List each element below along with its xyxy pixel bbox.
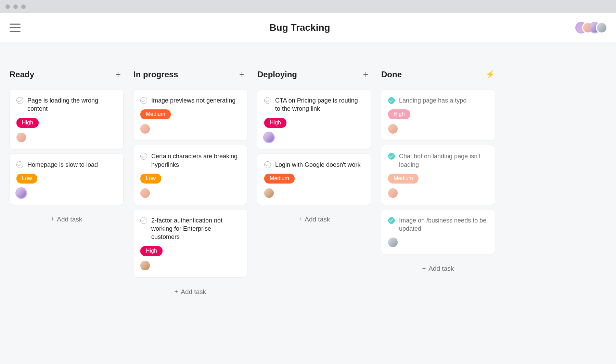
plus-icon: + [422, 265, 426, 272]
lightning-icon[interactable]: ⚡ [486, 70, 495, 79]
add-task-label: Add task [57, 216, 82, 223]
task-title: Chat bot on landing page isn't loading [399, 152, 488, 169]
assignee-avatar[interactable] [388, 124, 398, 134]
complete-check-icon[interactable] [388, 97, 395, 104]
window-dot-minimize[interactable] [13, 4, 18, 9]
column-title: Ready [10, 70, 34, 79]
task-card[interactable]: Image previews not generatingMedium [133, 90, 247, 140]
assignee-avatar[interactable] [388, 238, 398, 247]
column: In progress+Image previews not generatin… [133, 70, 247, 302]
priority-badge: High [140, 246, 163, 256]
priority-badge: High [388, 109, 410, 119]
task-card[interactable]: Chat bot on landing page isn't loadingMe… [381, 145, 495, 205]
project-members[interactable] [579, 23, 606, 32]
add-card-button[interactable]: + [113, 70, 123, 79]
assignee-avatar[interactable] [140, 124, 150, 134]
add-card-button[interactable]: + [361, 70, 371, 79]
task-title: CTA on Pricing page is routing to the wr… [275, 96, 364, 113]
add-task-button[interactable]: +Add task [10, 210, 123, 229]
column-header: Deploying+ [257, 70, 371, 79]
task-title: Homepage is slow to load [27, 161, 98, 169]
topbar: Bug Tracking [0, 13, 616, 42]
task-card[interactable]: Page is loading the wrong contentHigh [10, 90, 123, 149]
task-card[interactable]: Landing page has a typoHigh [381, 90, 495, 140]
complete-check-icon[interactable] [140, 97, 147, 104]
window-dot-close[interactable] [5, 4, 10, 9]
task-card[interactable]: 2-factor authentication not working for … [133, 210, 247, 277]
priority-badge: Medium [388, 174, 419, 184]
assignee-avatar[interactable] [264, 133, 274, 142]
task-title: Image on /business needs to be updated [399, 216, 488, 233]
task-title: Login with Google doesn't work [275, 161, 361, 169]
complete-check-icon[interactable] [140, 153, 147, 160]
priority-badge: Medium [140, 109, 171, 119]
priority-badge: Medium [264, 174, 295, 184]
assignee-avatar[interactable] [264, 188, 274, 198]
assignee-avatar[interactable] [140, 188, 150, 198]
window-dot-zoom[interactable] [21, 4, 26, 9]
task-title: 2-factor authentication not working for … [151, 216, 240, 241]
task-card[interactable]: Certain characters are breaking hyperlin… [133, 145, 247, 205]
assignee-avatar[interactable] [16, 188, 26, 198]
add-task-button[interactable]: +Add task [381, 259, 495, 279]
task-title: Landing page has a typo [399, 96, 466, 105]
column-title: Done [381, 70, 402, 79]
complete-check-icon[interactable] [264, 97, 271, 104]
add-task-label: Add task [428, 265, 454, 272]
priority-badge: High [264, 118, 286, 128]
assignee-avatar[interactable] [388, 188, 398, 198]
plus-icon: + [51, 216, 54, 223]
add-task-label: Add task [305, 216, 330, 223]
complete-check-icon[interactable] [388, 217, 395, 224]
priority-badge: Low [16, 174, 37, 184]
task-card[interactable]: Homepage is slow to loadLow [10, 154, 123, 205]
priority-badge: Low [140, 174, 161, 184]
add-task-label: Add task [181, 288, 206, 296]
add-card-button[interactable]: + [237, 70, 247, 79]
add-task-button[interactable]: +Add task [133, 282, 247, 302]
plus-icon: + [175, 288, 178, 295]
task-card[interactable]: Login with Google doesn't workMedium [257, 154, 371, 205]
priority-badge: High [16, 118, 39, 128]
column-header: In progress+ [133, 70, 247, 79]
window-titlebar [0, 0, 616, 13]
complete-check-icon[interactable] [16, 97, 23, 104]
column-header: Ready+ [10, 70, 123, 79]
complete-check-icon[interactable] [264, 161, 271, 168]
column-title: In progress [133, 70, 178, 79]
task-title: Certain characters are breaking hyperlin… [151, 152, 240, 169]
column: Done⚡Landing page has a typoHighChat bot… [381, 70, 495, 279]
assignee-avatar[interactable] [16, 133, 26, 142]
complete-check-icon[interactable] [140, 217, 147, 224]
hamburger-menu-icon[interactable] [10, 23, 21, 32]
column: Ready+Page is loading the wrong contentH… [10, 70, 123, 229]
task-title: Image previews not generating [151, 96, 235, 105]
complete-check-icon[interactable] [16, 161, 23, 168]
avatar[interactable] [597, 23, 606, 32]
task-card[interactable]: Image on /business needs to be updated [381, 210, 495, 254]
complete-check-icon[interactable] [388, 153, 395, 160]
column: Deploying+CTA on Pricing page is routing… [257, 70, 371, 229]
column-title: Deploying [257, 70, 297, 79]
task-card[interactable]: CTA on Pricing page is routing to the wr… [257, 90, 371, 149]
assignee-avatar[interactable] [140, 261, 150, 270]
add-task-button[interactable]: +Add task [257, 210, 371, 229]
kanban-board: Ready+Page is loading the wrong contentH… [0, 42, 616, 302]
task-title: Page is loading the wrong content [27, 96, 116, 113]
plus-icon: + [298, 216, 302, 223]
column-header: Done⚡ [381, 70, 495, 79]
page-title: Bug Tracking [269, 22, 330, 33]
